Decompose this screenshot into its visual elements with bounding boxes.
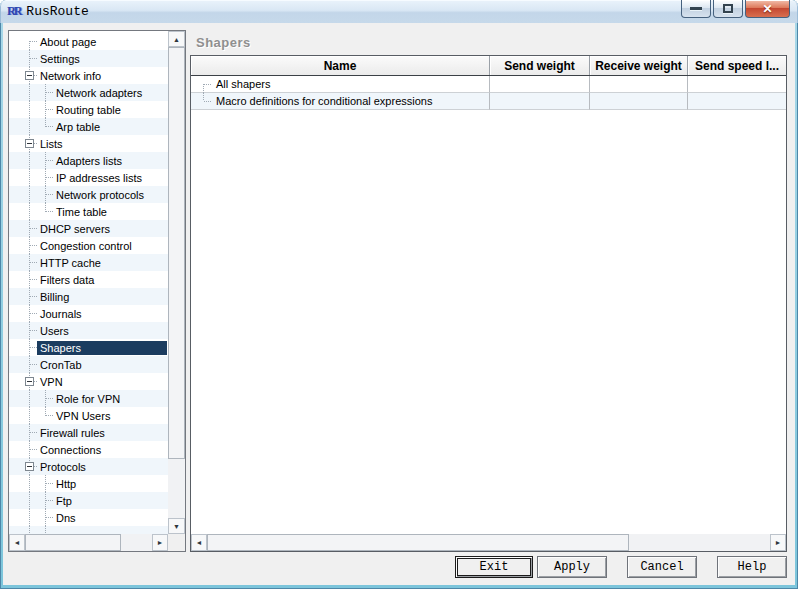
sidebar-item-crontab[interactable]: CronTab bbox=[9, 356, 168, 373]
scroll-right-button[interactable]: ► bbox=[770, 534, 786, 551]
sidebar-item-firewall-rules[interactable]: Firewall rules bbox=[9, 424, 168, 441]
exit-button[interactable]: Exit bbox=[455, 556, 533, 578]
sidebar-item-label: Billing bbox=[37, 290, 72, 304]
sidebar-item-label: Http bbox=[53, 477, 79, 491]
sidebar-item-time-table[interactable]: Time table bbox=[9, 203, 168, 220]
cell-receive-weight[interactable] bbox=[590, 93, 688, 110]
arrow-right-icon: ► bbox=[775, 539, 782, 546]
column-header[interactable]: Send speed l... bbox=[688, 56, 786, 75]
sidebar-item-network-protocols[interactable]: Network protocols bbox=[9, 186, 168, 203]
help-button[interactable]: Help bbox=[717, 556, 787, 578]
sidebar-item-label: CronTab bbox=[37, 358, 85, 372]
sidebar-item-network-info[interactable]: Network info bbox=[9, 67, 168, 84]
minimize-icon bbox=[690, 7, 702, 10]
cell-receive-weight[interactable] bbox=[590, 76, 688, 93]
sidebar-item-vpn-users[interactable]: VPN Users bbox=[9, 407, 168, 424]
scroll-up-button[interactable]: ▲ bbox=[168, 31, 185, 47]
column-header[interactable]: Receive weight bbox=[590, 56, 688, 75]
expand-collapse-icon[interactable] bbox=[25, 377, 34, 386]
app-icon: RR bbox=[7, 4, 20, 19]
sidebar-item-dhcp-servers[interactable]: DHCP servers bbox=[9, 220, 168, 237]
sidebar-item-clipped[interactable] bbox=[9, 526, 168, 534]
scrollbar-track[interactable] bbox=[121, 534, 152, 551]
sidebar-item-arp-table[interactable]: Arp table bbox=[9, 118, 168, 135]
sidebar-item-label: Network info bbox=[37, 69, 104, 83]
tree-vertical-scrollbar[interactable]: ▲ ▼ bbox=[168, 31, 185, 534]
sidebar-item-journals[interactable]: Journals bbox=[9, 305, 168, 322]
sidebar-item-role-for-vpn[interactable]: Role for VPN bbox=[9, 390, 168, 407]
sidebar-item-settings[interactable]: Settings bbox=[9, 50, 168, 67]
scroll-right-button[interactable]: ► bbox=[152, 534, 168, 551]
sidebar-item-http[interactable]: Http bbox=[9, 475, 168, 492]
sidebar-item-label: Routing table bbox=[53, 103, 124, 117]
cell-send-speed-limit[interactable] bbox=[688, 93, 786, 110]
table-row[interactable]: Macro definitions for conditional expres… bbox=[191, 93, 786, 110]
cell-name[interactable]: All shapers bbox=[191, 76, 490, 93]
sidebar-item-connections[interactable]: Connections bbox=[9, 441, 168, 458]
tree-line bbox=[204, 101, 212, 102]
sidebar-item-label bbox=[53, 534, 59, 535]
sidebar-item-vpn[interactable]: VPN bbox=[9, 373, 168, 390]
arrow-down-icon: ▼ bbox=[173, 523, 180, 530]
sidebar-item-filters-data[interactable]: Filters data bbox=[9, 271, 168, 288]
minimize-button[interactable] bbox=[681, 0, 711, 18]
sidebar-item-label: Protocols bbox=[37, 460, 89, 474]
sidebar-item-shapers[interactable]: Shapers bbox=[9, 339, 168, 356]
cancel-button[interactable]: Cancel bbox=[627, 556, 697, 578]
table-horizontal-scrollbar[interactable]: ◄ ► bbox=[191, 534, 786, 551]
tree-line bbox=[45, 526, 46, 534]
sidebar-item-about-page[interactable]: About page bbox=[9, 33, 168, 50]
sidebar-item-label: Network adapters bbox=[53, 86, 145, 100]
tree-horizontal-scrollbar[interactable]: ◄ ► bbox=[9, 534, 168, 551]
apply-button[interactable]: Apply bbox=[537, 556, 607, 578]
sidebar-item-adapters-lists[interactable]: Adapters lists bbox=[9, 152, 168, 169]
window-title: RusRoute bbox=[26, 4, 88, 19]
cell-send-weight[interactable] bbox=[490, 93, 590, 110]
sidebar-item-users[interactable]: Users bbox=[9, 322, 168, 339]
sidebar-item-http-cache[interactable]: HTTP cache bbox=[9, 254, 168, 271]
sidebar-item-ip-addresses-lists[interactable]: IP addresses lists bbox=[9, 169, 168, 186]
table-row[interactable]: All shapers bbox=[191, 76, 786, 93]
scroll-left-button[interactable]: ◄ bbox=[9, 534, 25, 551]
sidebar-item-billing[interactable]: Billing bbox=[9, 288, 168, 305]
arrow-left-icon: ◄ bbox=[196, 539, 203, 546]
scrollbar-track[interactable] bbox=[629, 534, 770, 551]
column-header[interactable]: Name bbox=[191, 56, 490, 75]
sidebar-item-routing-table[interactable]: Routing table bbox=[9, 101, 168, 118]
maximize-button[interactable] bbox=[713, 0, 743, 18]
scroll-left-button[interactable]: ◄ bbox=[191, 534, 207, 551]
expand-collapse-icon[interactable] bbox=[25, 71, 34, 80]
sidebar-item-congestion-control[interactable]: Congestion control bbox=[9, 237, 168, 254]
titlebar[interactable]: RR RusRoute ✕ bbox=[0, 0, 798, 23]
scroll-down-button[interactable]: ▼ bbox=[168, 518, 185, 534]
sidebar-item-dns[interactable]: Dns bbox=[9, 509, 168, 526]
cell-send-speed-limit[interactable] bbox=[688, 76, 786, 93]
scrollbar-thumb[interactable] bbox=[25, 534, 121, 551]
tree-line bbox=[29, 509, 30, 526]
scrollbar-thumb[interactable] bbox=[207, 534, 629, 551]
sidebar-item-label: Shapers bbox=[37, 341, 167, 355]
cell-name[interactable]: Macro definitions for conditional expres… bbox=[191, 93, 490, 110]
sidebar-item-label: Network protocols bbox=[53, 188, 147, 202]
sidebar-item-label: Congestion control bbox=[37, 239, 135, 253]
cell-send-weight[interactable] bbox=[490, 76, 590, 93]
sidebar-item-label: VPN bbox=[37, 375, 66, 389]
tree-line bbox=[29, 41, 30, 50]
scrollbar-track[interactable] bbox=[168, 459, 185, 518]
column-header[interactable]: Send weight bbox=[490, 56, 590, 75]
sidebar-item-ftp[interactable]: Ftp bbox=[9, 492, 168, 509]
tree-line bbox=[29, 526, 30, 534]
expand-collapse-icon[interactable] bbox=[25, 462, 34, 471]
close-button[interactable]: ✕ bbox=[745, 0, 790, 18]
sidebar-item-lists[interactable]: Lists bbox=[9, 135, 168, 152]
tree-line bbox=[29, 492, 30, 509]
expand-collapse-icon[interactable] bbox=[25, 139, 34, 148]
sidebar-item-label: Connections bbox=[37, 443, 104, 457]
sidebar-item-network-adapters[interactable]: Network adapters bbox=[9, 84, 168, 101]
tree-line bbox=[29, 84, 30, 101]
close-icon: ✕ bbox=[762, 2, 772, 16]
sidebar-item-protocols[interactable]: Protocols bbox=[9, 458, 168, 475]
tree-line bbox=[29, 203, 30, 220]
scrollbar-thumb[interactable] bbox=[168, 47, 185, 459]
sidebar-item-label: Filters data bbox=[37, 273, 97, 287]
